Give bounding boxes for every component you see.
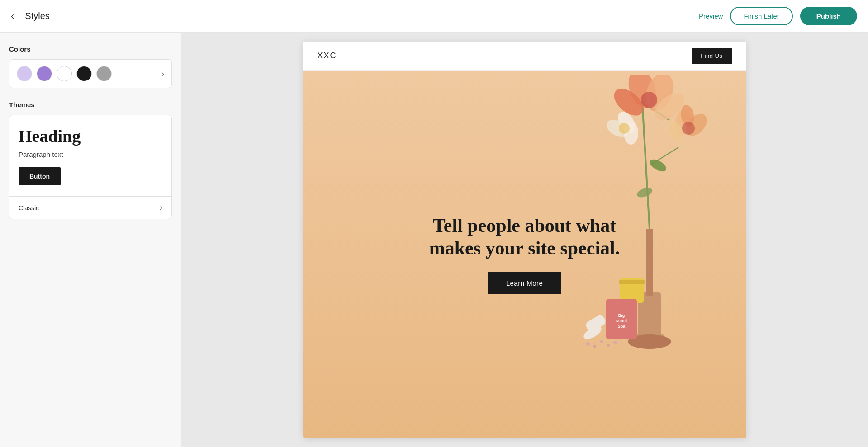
theme-footer[interactable]: Classic › bbox=[9, 196, 171, 219]
swatch-light-purple[interactable] bbox=[17, 66, 32, 81]
hero-section: Big Mood Spa bbox=[303, 71, 746, 438]
colors-panel: › bbox=[9, 59, 172, 88]
colors-chevron-right-icon[interactable]: › bbox=[161, 69, 164, 79]
hero-headline: Tell people about what makes your site s… bbox=[416, 214, 633, 260]
svg-point-14 bbox=[593, 345, 596, 348]
svg-point-16 bbox=[607, 344, 610, 347]
svg-rect-3 bbox=[646, 283, 653, 296]
site-logo: XXC bbox=[318, 51, 337, 61]
page-title: Styles bbox=[25, 11, 49, 21]
color-swatches bbox=[17, 66, 112, 81]
preview-area: XXC Find Us bbox=[181, 33, 868, 447]
theme-heading: Heading bbox=[19, 126, 162, 146]
svg-line-18 bbox=[642, 102, 650, 229]
svg-point-30 bbox=[682, 122, 695, 135]
preview-button[interactable]: Preview bbox=[699, 12, 723, 20]
svg-point-15 bbox=[600, 340, 603, 343]
main-area: Colors › Themes Heading Paragraph text B… bbox=[0, 33, 868, 447]
publish-button[interactable]: Publish bbox=[800, 7, 857, 25]
back-button[interactable]: ‹ bbox=[11, 11, 14, 21]
top-bar: ‹ Styles Preview Finish Later Publish bbox=[0, 0, 868, 33]
svg-text:Mood: Mood bbox=[616, 319, 627, 323]
hero-content: Tell people about what makes your site s… bbox=[407, 205, 642, 304]
top-bar-left: ‹ Styles bbox=[11, 11, 50, 21]
svg-point-25 bbox=[641, 92, 657, 108]
svg-point-17 bbox=[613, 341, 617, 344]
svg-text:Big: Big bbox=[618, 313, 625, 318]
svg-text:Spa: Spa bbox=[617, 324, 626, 329]
site-nav-button[interactable]: Find Us bbox=[692, 48, 731, 64]
colors-section-title: Colors bbox=[9, 45, 172, 53]
site-nav: XXC Find Us bbox=[303, 42, 746, 71]
svg-point-34 bbox=[619, 123, 630, 134]
theme-panel: Heading Paragraph text Button Classic › bbox=[9, 115, 172, 219]
swatch-purple[interactable] bbox=[37, 66, 52, 81]
finish-later-button[interactable]: Finish Later bbox=[730, 7, 792, 25]
svg-point-13 bbox=[586, 342, 590, 346]
top-bar-right: Preview Finish Later Publish bbox=[699, 7, 857, 25]
theme-chevron-right-icon: › bbox=[160, 203, 162, 212]
swatch-black[interactable] bbox=[76, 66, 92, 81]
sidebar: Colors › Themes Heading Paragraph text B… bbox=[0, 33, 181, 447]
site-preview: XXC Find Us bbox=[303, 42, 746, 438]
swatch-gray[interactable] bbox=[96, 66, 112, 81]
svg-point-36 bbox=[636, 186, 654, 199]
themes-section-title: Themes bbox=[9, 101, 172, 108]
hero-cta-button[interactable]: Learn More bbox=[488, 272, 561, 294]
theme-name: Classic bbox=[19, 204, 39, 212]
theme-preview: Heading Paragraph text Button bbox=[9, 115, 171, 196]
theme-paragraph: Paragraph text bbox=[19, 151, 162, 158]
theme-button[interactable]: Button bbox=[19, 167, 61, 185]
swatch-white[interactable] bbox=[57, 66, 72, 81]
